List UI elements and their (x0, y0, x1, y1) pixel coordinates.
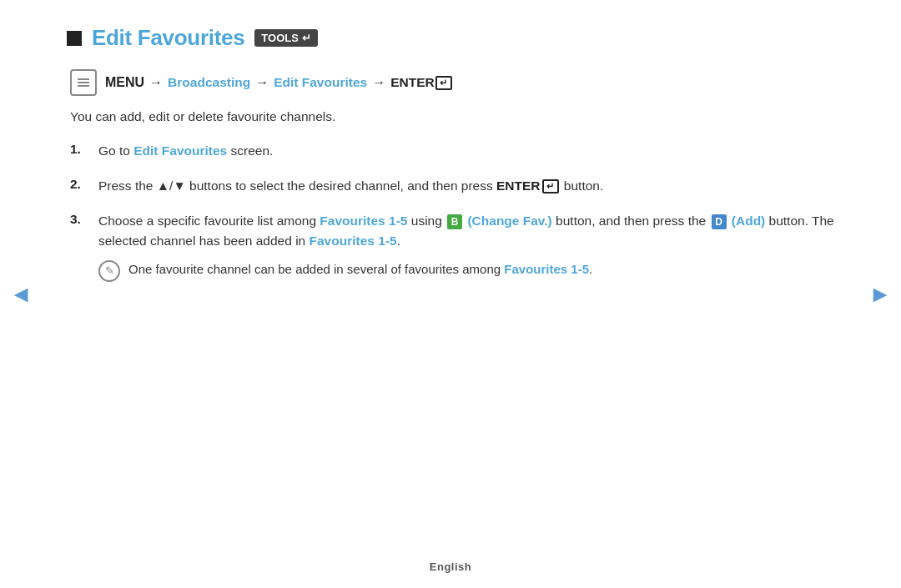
step-2-content: Press the ▲/▼ buttons to select the desi… (98, 176, 603, 196)
title-square-icon (67, 31, 82, 46)
nav-broadcasting: Broadcasting (168, 75, 250, 90)
title-row: Edit Favourites TOOLS ↵ (67, 25, 834, 51)
step-1-number: 1. (70, 141, 87, 157)
step-3-period: . (397, 234, 400, 248)
step-2-number: 2. (70, 176, 87, 192)
step-3-text-mid2: button, and then press the (552, 214, 710, 228)
step-3-change-fav: (Change Fav.) (464, 214, 552, 228)
note-item: ✎ One favourite channel can be added in … (98, 259, 834, 282)
nav-edit-favourites: Edit Favourites (274, 75, 367, 90)
step-2-text-before: Press the ▲/▼ buttons to select the desi… (98, 178, 496, 193)
footer-language: English (430, 560, 471, 573)
step-3-number: 3. (70, 211, 87, 227)
note-icon: ✎ (98, 260, 120, 282)
page-container: ◄ ► Edit Favourites TOOLS ↵ MENU (0, 0, 901, 588)
page-title: Edit Favourites (92, 25, 244, 51)
step-1-content: Go to Edit Favourites screen. (98, 141, 273, 161)
note-text-after: . (589, 262, 592, 276)
step-1-text-after: screen. (227, 143, 273, 158)
menu-icon (70, 69, 97, 96)
nav-arrow-right[interactable]: ► (868, 278, 893, 311)
steps-list: 1. Go to Edit Favourites screen. 2. Pres… (70, 141, 834, 282)
arrow-sep-1: → (149, 75, 163, 90)
tools-icon: ↵ (302, 32, 311, 44)
content-area: Edit Favourites TOOLS ↵ MENU → Broadcast… (50, 0, 851, 322)
step-3-text-before: Choose a specific favourite list among (98, 214, 320, 228)
step-3-add: (Add) (728, 214, 766, 228)
step-2-text-after: button. (561, 178, 604, 193)
step-3: 3. Choose a specific favourite list amon… (70, 211, 834, 282)
arrow-sep-3: → (372, 75, 385, 90)
step-3-favourites-1: Favourites 1-5 (320, 214, 407, 228)
step-1-text-before: Go to (98, 143, 133, 158)
green-b-button: B (447, 214, 462, 229)
note-text: One favourite channel can be added in se… (128, 259, 592, 279)
description-text: You can add, edit or delete favourite ch… (70, 109, 834, 124)
svg-rect-2 (78, 85, 89, 87)
step-2: 2. Press the ▲/▼ buttons to select the d… (70, 176, 834, 196)
arrow-sep-2: → (255, 75, 269, 90)
step-3-favourites-2: Favourites 1-5 (310, 234, 397, 248)
menu-label: MENU (105, 75, 144, 90)
nav-enter-label: ENTER↵ (390, 75, 452, 90)
step-1-link: Edit Favourites (133, 143, 227, 158)
blue-d-button: D (712, 214, 727, 229)
step-3-text-mid1: using (407, 214, 445, 228)
svg-rect-1 (78, 82, 89, 83)
menu-path-row: MENU → Broadcasting → Edit Favourites → … (70, 69, 834, 96)
footer: English (430, 560, 471, 573)
svg-rect-0 (78, 78, 89, 80)
step-3-content: Choose a specific favourite list among F… (98, 211, 834, 282)
note-link: Favourites 1-5 (504, 262, 589, 276)
tools-label: TOOLS (261, 32, 299, 44)
step-1: 1. Go to Edit Favourites screen. (70, 141, 834, 161)
nav-arrow-left[interactable]: ◄ (8, 278, 33, 311)
note-text-before: One favourite channel can be added in se… (128, 262, 504, 276)
tools-badge: TOOLS ↵ (254, 29, 318, 47)
step-2-bold: ENTER↵ (496, 178, 561, 193)
